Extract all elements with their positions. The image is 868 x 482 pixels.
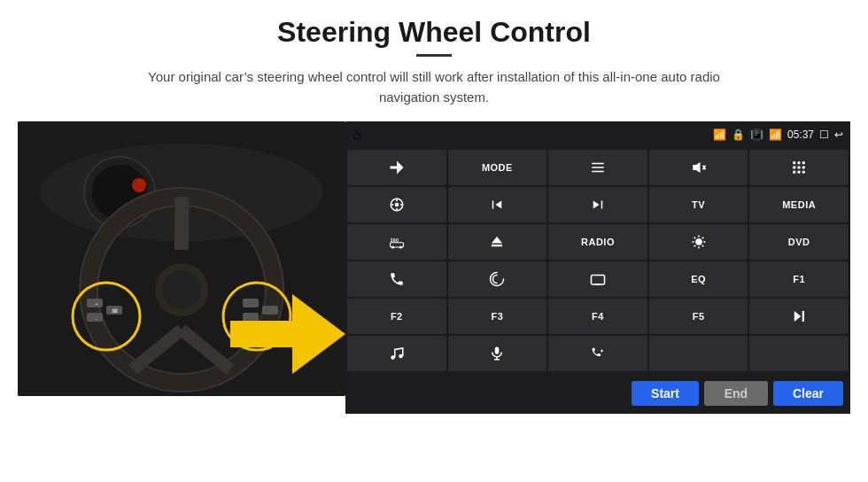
svg-rect-68	[802, 311, 804, 322]
btn-f1[interactable]: F1	[749, 261, 849, 297]
action-bar: Start End Clear	[345, 373, 850, 414]
svg-marker-48	[593, 201, 600, 209]
bluetooth-icon: 📶	[769, 128, 782, 141]
content-row: + - ☎ ⌂ 📶 🔒 📳 �	[18, 121, 850, 414]
time-display: 05:37	[787, 128, 814, 141]
svg-rect-33	[802, 161, 805, 164]
svg-rect-34	[793, 167, 795, 169]
btn-music[interactable]	[347, 336, 446, 371]
svg-rect-27	[592, 171, 604, 173]
svg-point-41	[395, 203, 399, 207]
svg-rect-22	[262, 306, 278, 315]
sim-icon: 📳	[750, 128, 763, 141]
btn-eq[interactable]: EQ	[649, 261, 748, 297]
svg-marker-28	[693, 162, 700, 173]
svg-line-61	[694, 237, 695, 239]
btn-eject[interactable]	[448, 224, 547, 260]
btn-f4[interactable]: F4	[548, 299, 647, 334]
svg-rect-47	[492, 201, 494, 209]
btn-list[interactable]	[548, 150, 647, 185]
btn-tv[interactable]: TV	[649, 187, 748, 222]
svg-line-64	[694, 245, 695, 247]
svg-marker-24	[390, 161, 403, 175]
clear-button[interactable]: Clear	[773, 381, 843, 406]
svg-rect-20	[243, 299, 259, 307]
home-icon[interactable]: ⌂	[353, 127, 361, 143]
btn-screen-mini[interactable]	[548, 261, 647, 297]
btn-radio[interactable]: RADIO	[548, 224, 647, 260]
back-icon[interactable]: ↩	[834, 128, 843, 141]
svg-marker-54	[492, 237, 502, 244]
btn-mic[interactable]	[448, 336, 547, 371]
svg-marker-67	[794, 311, 802, 322]
svg-rect-21	[243, 313, 259, 322]
start-button[interactable]: Start	[632, 381, 699, 406]
btn-mute[interactable]	[649, 150, 748, 185]
screen-icon: ☐	[819, 128, 829, 141]
svg-rect-38	[798, 171, 801, 174]
svg-text:360: 360	[390, 237, 399, 243]
svg-rect-49	[601, 201, 603, 209]
svg-text:☎: ☎	[112, 308, 119, 314]
btn-vol-phone[interactable]	[548, 336, 647, 371]
svg-rect-37	[793, 171, 795, 174]
btn-prev[interactable]	[448, 187, 547, 222]
svg-rect-71	[495, 347, 500, 354]
svg-rect-39	[802, 171, 805, 174]
btn-media[interactable]: MEDIA	[749, 187, 849, 222]
btn-dvd[interactable]: DVD	[749, 224, 849, 260]
svg-point-52	[391, 246, 394, 249]
btn-apps[interactable]	[749, 150, 849, 185]
btn-f2[interactable]: F2	[347, 299, 446, 334]
svg-line-63	[701, 237, 703, 239]
title-divider	[416, 54, 452, 57]
svg-rect-55	[492, 245, 502, 246]
btn-f5[interactable]: F5	[649, 299, 748, 334]
svg-text:+: +	[95, 301, 98, 307]
svg-marker-46	[496, 201, 502, 209]
page-title: Steering Wheel Control	[277, 16, 591, 49]
svg-point-69	[391, 355, 395, 360]
svg-rect-35	[798, 167, 801, 169]
btn-brightness[interactable]	[649, 224, 748, 260]
btn-empty-2[interactable]	[749, 336, 849, 371]
lock-icon: 🔒	[732, 128, 745, 141]
svg-point-53	[399, 246, 402, 249]
btn-nav[interactable]	[347, 150, 446, 185]
btn-play-pause[interactable]	[749, 299, 849, 334]
btn-mode[interactable]: MODE	[448, 150, 547, 185]
svg-rect-36	[802, 167, 805, 169]
svg-rect-32	[798, 161, 801, 164]
btn-swirl[interactable]	[448, 261, 547, 297]
btn-f3[interactable]: F3	[448, 299, 547, 334]
btn-empty-1[interactable]	[649, 336, 748, 371]
ui-panel: ⌂ 📶 🔒 📳 📶 05:37 ☐ ↩ MODE	[345, 121, 850, 414]
status-bar: ⌂ 📶 🔒 📳 📶 05:37 ☐ ↩	[345, 121, 850, 148]
svg-rect-31	[793, 161, 795, 164]
svg-point-70	[399, 354, 403, 359]
end-button[interactable]: End	[704, 381, 768, 406]
svg-rect-25	[592, 163, 604, 165]
btn-360-car[interactable]: 360	[347, 224, 446, 260]
svg-line-62	[701, 245, 703, 247]
svg-point-56	[695, 238, 702, 245]
page-subtitle: Your original car’s steering wheel contr…	[133, 67, 735, 107]
btn-next[interactable]	[548, 187, 647, 222]
svg-point-4	[132, 178, 146, 192]
svg-point-11	[162, 270, 201, 309]
svg-rect-65	[591, 276, 604, 285]
svg-rect-26	[592, 167, 604, 168]
btn-settings-circle[interactable]	[347, 187, 446, 222]
wifi-icon: 📶	[713, 128, 726, 141]
button-grid: MODE	[345, 148, 850, 373]
btn-phone[interactable]	[347, 261, 446, 297]
steering-wheel-image: + - ☎	[18, 121, 345, 396]
